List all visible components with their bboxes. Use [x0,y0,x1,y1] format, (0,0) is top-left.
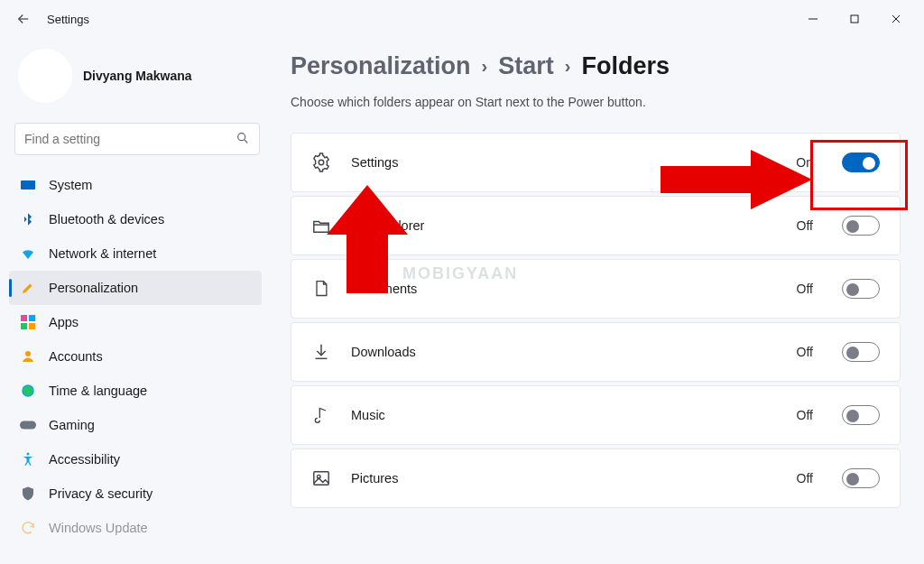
search-input-wrap[interactable] [14,123,260,155]
sidebar-item-label: Time & language [49,384,147,398]
sidebar-item-accessibility[interactable]: Accessibility [9,442,262,476]
row-settings[interactable]: Settings On [291,133,901,192]
update-icon [20,520,36,536]
apps-icon [20,314,36,330]
toggle-music[interactable] [842,405,880,425]
svg-rect-10 [20,421,36,430]
svg-point-1 [238,133,245,140]
profile-block[interactable]: Divyang Makwana [9,47,267,114]
maximize-button[interactable] [834,5,875,32]
profile-name: Divyang Makwana [83,69,192,83]
sidebar-item-label: Personalization [49,281,138,295]
breadcrumb-level2[interactable]: Start [498,52,554,80]
row-music[interactable]: Music Off [291,385,901,445]
row-downloads[interactable]: Downloads Off [291,322,901,382]
toggle-file-explorer[interactable] [842,216,880,236]
row-file-explorer[interactable]: File Explorer Off [291,196,901,255]
search-icon [236,131,250,148]
svg-point-11 [27,453,30,456]
sidebar-item-label: Accessibility [49,452,120,467]
toggle-settings[interactable] [842,153,880,172]
sidebar-item-apps[interactable]: Apps [9,305,262,339]
toggle-state: On [796,155,813,170]
row-label: Downloads [351,345,416,359]
back-button[interactable] [13,8,34,30]
avatar [18,49,72,103]
toggle-pictures[interactable] [842,468,880,488]
wifi-icon [20,245,36,262]
svg-rect-3 [21,315,27,321]
sidebar-item-bluetooth[interactable]: Bluetooth & devices [9,202,262,236]
sidebar-item-network[interactable]: Network & internet [9,236,262,271]
svg-rect-13 [314,472,328,485]
chevron-right-icon: › [565,56,571,77]
svg-point-9 [23,386,33,396]
row-label: Music [351,408,385,422]
sidebar-item-label: Privacy & security [49,486,152,501]
svg-point-12 [319,160,324,165]
sidebar-item-label: Gaming [49,418,95,432]
sidebar-nav: System Bluetooth & devices Network & int… [9,168,267,545]
sidebar-item-label: Bluetooth & devices [49,212,164,227]
folder-icon [311,216,331,236]
search-input[interactable] [24,132,236,146]
sidebar-item-update[interactable]: Windows Update [9,511,262,545]
time-icon [20,383,36,399]
sidebar-item-time[interactable]: Time & language [9,374,262,408]
svg-rect-0 [851,15,858,23]
toggle-state: Off [797,345,813,359]
shield-icon [20,485,36,502]
breadcrumb-level1[interactable]: Personalization [291,52,471,80]
toggle-documents[interactable] [842,279,880,299]
gear-icon [311,153,331,172]
music-icon [311,405,331,425]
toggle-state: Off [797,408,813,422]
system-icon [20,177,36,193]
svg-point-7 [25,351,31,356]
sidebar-item-label: Accounts [49,349,103,364]
svg-rect-6 [29,323,35,329]
sidebar-item-gaming[interactable]: Gaming [9,408,262,442]
accessibility-icon [20,451,36,467]
brush-icon [20,280,36,296]
download-icon [311,342,331,362]
svg-rect-2 [21,180,35,190]
sidebar-item-accounts[interactable]: Accounts [9,339,262,374]
chevron-right-icon: › [482,56,488,77]
sidebar-item-label: Windows Update [49,521,148,535]
breadcrumb: Personalization › Start › Folders [291,52,901,80]
sidebar-item-personalization[interactable]: Personalization [9,271,262,305]
row-documents[interactable]: Documents Off [291,259,901,319]
toggle-state: Off [797,218,813,233]
page-subtitle: Choose which folders appear on Start nex… [291,95,901,109]
gaming-icon [20,417,36,433]
svg-rect-4 [29,315,35,321]
sidebar-item-label: Apps [49,315,79,329]
sidebar-item-system[interactable]: System [9,168,262,202]
svg-rect-5 [21,323,27,329]
toggle-downloads[interactable] [842,342,880,362]
row-label: Documents [351,282,417,296]
row-label: File Explorer [351,218,424,233]
window-title: Settings [47,13,89,26]
picture-icon [311,468,331,488]
minimize-button[interactable] [792,5,834,32]
sidebar-item-label: Network & internet [49,246,156,261]
bluetooth-icon [20,211,36,227]
row-pictures[interactable]: Pictures Off [291,448,901,508]
close-button[interactable] [875,5,917,32]
accounts-icon [20,348,36,365]
row-label: Pictures [351,471,398,485]
document-icon [311,279,331,299]
row-label: Settings [351,155,398,170]
folder-rows: Settings On File Explorer Off Documents [291,133,901,508]
toggle-state: Off [797,471,813,485]
breadcrumb-current: Folders [581,52,670,80]
sidebar-item-privacy[interactable]: Privacy & security [9,476,262,511]
sidebar-item-label: System [49,178,92,192]
toggle-state: Off [797,282,813,296]
